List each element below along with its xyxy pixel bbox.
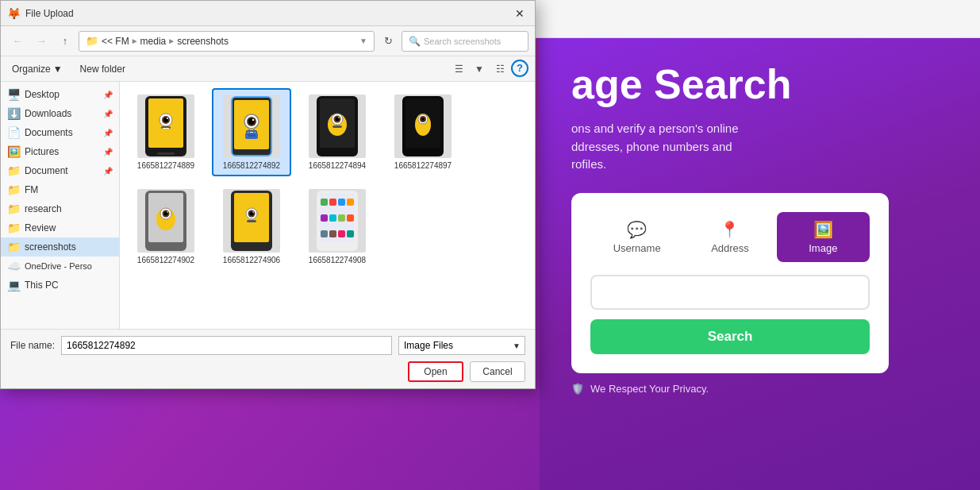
sidebar-item-onedrive[interactable]: ☁️ OneDrive - Perso <box>1 257 119 276</box>
file-item-6[interactable]: 1665812274906 <box>212 183 291 271</box>
webpage-content: age Search ons and verify a person's onl… <box>540 38 980 490</box>
file-item-3[interactable]: 1665812274894 <box>298 88 377 176</box>
dialog-sidebar: 🖥️ Desktop 📌 ⬇️ Downloads 📌 📄 Documents … <box>1 82 120 329</box>
breadcrumb-media: media <box>140 36 167 47</box>
minion-svg-3 <box>323 109 352 137</box>
files-grid: 1665812274889 <box>126 88 528 271</box>
sidebar-item-desktop[interactable]: 🖥️ Desktop 📌 <box>1 85 119 104</box>
sidebar-label-onedrive: OneDrive - Perso <box>25 261 92 271</box>
downloads-pin: 📌 <box>103 110 113 118</box>
dialog-organize-toolbar: Organize ▼ New folder ☰ ▼ ☷ ? <box>1 56 535 82</box>
sidebar-label-screenshots: screenshots <box>25 241 76 253</box>
minion-svg-6 <box>237 203 266 232</box>
sidebar-item-document[interactable]: 📁 Document 📌 <box>1 161 119 180</box>
minion-svg-1 <box>150 109 182 137</box>
dialog-bottom-bar: File name: Image Files ▼ Open Cancel <box>1 329 535 388</box>
search-card: 💬 Username 📍 Address 🖼️ Image Search <box>571 193 889 373</box>
image-tab-icon: 🖼️ <box>813 220 833 239</box>
dialog-app-icon: 🦊 <box>7 7 21 20</box>
breadcrumb: << FM ► media ► screenshots <box>102 36 229 47</box>
sidebar-label-downloads: Downloads <box>25 108 71 119</box>
file-thumb-4 <box>394 95 452 158</box>
buttons-row: Open Cancel <box>10 361 525 382</box>
file-item-1[interactable]: 1665812274889 <box>126 88 206 176</box>
tab-image[interactable]: 🖼️ Image <box>777 212 870 262</box>
privacy-note: 🛡️ We Respect Your Privacy. <box>571 383 948 395</box>
organize-button[interactable]: Organize ▼ <box>7 61 67 77</box>
file-item-7[interactable]: 1665812274908 <box>298 183 377 271</box>
breadcrumb-fm: << FM <box>102 36 129 47</box>
folder-icon: 📁 <box>86 35 98 47</box>
search-bar[interactable]: 🔍 Search screenshots <box>402 31 528 52</box>
open-button[interactable]: Open <box>408 361 463 382</box>
onedrive-icon: ☁️ <box>7 260 21 272</box>
desc-line2: ddresses, phone numbers and <box>571 138 948 156</box>
file-item-4[interactable]: 1665812274897 <box>383 88 463 176</box>
webpage-heading: age Search <box>571 62 948 107</box>
document-folder-icon: 📁 <box>7 164 21 177</box>
file-item-2[interactable]: 1665812274892 <box>212 88 291 176</box>
svg-rect-6 <box>163 128 169 129</box>
sidebar-label-review: Review <box>25 222 56 233</box>
sidebar-item-research[interactable]: 📁 research <box>1 199 119 218</box>
file-name-4: 1665812274897 <box>394 161 452 170</box>
sidebar-label-document: Document <box>25 165 68 176</box>
new-folder-button[interactable]: New folder <box>74 61 132 77</box>
forward-button[interactable]: → <box>31 31 52 52</box>
documents-icon: 📄 <box>7 126 21 139</box>
file-item-5[interactable]: 1665812274902 <box>126 183 206 271</box>
sidebar-item-thispc[interactable]: 💻 This PC <box>1 276 119 295</box>
view-dropdown-button[interactable]: ▼ <box>470 60 489 79</box>
sidebar-label-fm: FM <box>25 184 38 195</box>
up-button[interactable]: ↑ <box>55 31 75 52</box>
svg-rect-16 <box>253 129 255 134</box>
filename-input[interactable] <box>61 336 392 355</box>
view-details-button[interactable]: ☷ <box>490 60 509 79</box>
pictures-icon: 🖼️ <box>7 145 21 158</box>
svg-point-11 <box>252 119 254 121</box>
cancel-button[interactable]: Cancel <box>470 361 525 382</box>
search-button[interactable]: Search <box>590 319 870 354</box>
breadcrumb-screenshots: screenshots <box>177 36 229 47</box>
tab-address-label: Address <box>711 242 749 254</box>
dialog-nav-toolbar: ← → ↑ 📁 << FM ► media ► screenshots ▼ ↻ … <box>1 26 535 56</box>
address-dropdown-arrow[interactable]: ▼ <box>359 37 367 45</box>
dialog-close-button[interactable]: ✕ <box>511 5 528 22</box>
svg-point-22 <box>338 117 340 118</box>
back-button[interactable]: ← <box>7 31 28 52</box>
file-upload-dialog: 🦊 File Upload ✕ ← → ↑ 📁 << FM ► media ► … <box>0 0 536 389</box>
desc-line3: rofiles. <box>571 156 948 174</box>
file-name-3: 1665812274894 <box>309 161 366 170</box>
sidebar-label-desktop: Desktop <box>25 89 60 100</box>
tab-username[interactable]: 💬 Username <box>590 212 683 262</box>
sidebar-label-pictures: Pictures <box>25 146 59 157</box>
review-icon: 📁 <box>7 222 21 234</box>
sidebar-label-thispc: This PC <box>25 280 59 291</box>
search-icon: 🔍 <box>409 36 421 47</box>
downloads-icon: ⬇️ <box>7 107 21 120</box>
tab-address[interactable]: 📍 Address <box>683 212 776 262</box>
file-name-6: 1665812274906 <box>223 256 280 264</box>
sidebar-item-fm[interactable]: 📁 FM <box>1 180 119 199</box>
sidebar-item-pictures[interactable]: 🖼️ Pictures 📌 <box>1 142 119 161</box>
filename-label: File name: <box>10 340 55 351</box>
sidebar-item-downloads[interactable]: ⬇️ Downloads 📌 <box>1 104 119 123</box>
filetype-select[interactable]: Image Files <box>398 336 525 355</box>
sidebar-item-review[interactable]: 📁 Review <box>1 218 119 237</box>
organize-label: Organize <box>12 64 51 75</box>
help-button[interactable]: ? <box>511 60 528 77</box>
minion-svg-4 <box>411 109 435 137</box>
file-thumb-3 <box>309 95 366 158</box>
research-icon: 📁 <box>7 203 21 215</box>
svg-rect-38 <box>247 220 256 222</box>
filetype-select-wrapper: Image Files ▼ <box>398 336 525 355</box>
address-bar[interactable]: 📁 << FM ► media ► screenshots ▼ <box>79 31 375 52</box>
sidebar-item-screenshots[interactable]: 📁 screenshots <box>1 237 119 257</box>
image-search-input[interactable] <box>590 275 870 310</box>
refresh-button[interactable]: ↻ <box>378 31 398 52</box>
search-placeholder: Search screenshots <box>424 37 501 46</box>
view-list-button[interactable]: ☰ <box>449 60 468 79</box>
organize-arrow: ▼ <box>53 64 63 75</box>
file-thumb-6 <box>223 189 280 253</box>
sidebar-item-documents[interactable]: 📄 Documents 📌 <box>1 123 119 142</box>
